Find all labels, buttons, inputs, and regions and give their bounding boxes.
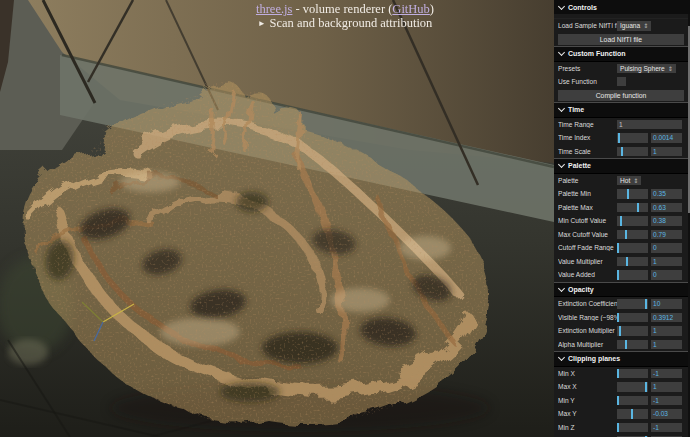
alpha-multiplier-slider[interactable]	[617, 340, 648, 350]
time-range-value[interactable]: 1	[617, 120, 682, 130]
slider-handle[interactable]	[637, 203, 639, 213]
value-multiplier-slider[interactable]	[617, 257, 648, 267]
slider-handle[interactable]	[617, 369, 619, 379]
cutoff-fade-range-value[interactable]: 0	[651, 243, 682, 253]
palette-max-slider[interactable]	[617, 203, 648, 213]
updown-arrows-icon: ⇕	[668, 65, 673, 72]
slider-handle[interactable]	[621, 147, 623, 157]
value-added-slider[interactable]	[617, 270, 648, 280]
palette-select[interactable]: Hot⇕	[617, 176, 641, 186]
visible-range-98-value[interactable]: 0.3912	[651, 313, 682, 323]
github-link[interactable]: GitHub	[392, 2, 430, 16]
section-title-palette[interactable]: Palette	[554, 158, 688, 174]
use-function-checkbox[interactable]	[617, 77, 626, 86]
max-x-value[interactable]: 1	[651, 382, 682, 392]
max-cutoff-value-slider[interactable]	[617, 230, 648, 240]
slider-handle[interactable]	[645, 299, 647, 309]
max-x-widget: 1	[617, 382, 684, 392]
min-x-slider[interactable]	[617, 369, 648, 379]
section-title-custom-function[interactable]: Custom Function	[554, 46, 688, 62]
slider-handle[interactable]	[618, 133, 620, 143]
value-multiplier-value[interactable]: 1	[651, 257, 682, 267]
slider-handle[interactable]	[617, 313, 619, 323]
panel-root-title[interactable]: Controls	[554, 0, 690, 15]
control-label: Time Scale	[558, 148, 617, 155]
presets-select[interactable]: Pulsing Sphere⇕	[617, 64, 676, 74]
slider-handle[interactable]	[619, 326, 621, 336]
row-value-multiplier: Value Multiplier1	[554, 255, 688, 269]
max-y-slider[interactable]	[617, 409, 648, 419]
row-alpha-multiplier: Alpha Multiplier1	[554, 338, 688, 352]
cutoff-fade-range-slider[interactable]	[617, 243, 648, 253]
slider-handle[interactable]	[627, 189, 629, 199]
row-compile-function: Compile function	[554, 89, 688, 103]
row-min-y: Min Y-1	[554, 394, 688, 408]
min-y-slider[interactable]	[617, 396, 648, 406]
visible-range-98-widget: 0.3912	[617, 313, 684, 323]
min-z-slider[interactable]	[617, 423, 648, 433]
control-label: Value Multiplier	[558, 258, 617, 265]
slider-handle[interactable]	[626, 257, 628, 267]
time-scale-slider[interactable]	[617, 147, 648, 157]
min-x-value[interactable]: -1	[651, 369, 682, 379]
slider-handle[interactable]	[617, 243, 619, 253]
min-cutoff-value-value[interactable]: 0.38	[651, 216, 682, 226]
slider-handle[interactable]	[625, 340, 627, 350]
control-label: Visible Range (~98%)	[558, 314, 617, 321]
section-title-time[interactable]: Time	[554, 102, 688, 118]
time-index-slider[interactable]	[617, 133, 648, 143]
min-cutoff-value-slider[interactable]	[617, 216, 648, 226]
extinction-coefficient-value[interactable]: 10	[651, 299, 682, 309]
control-label: Palette Min	[558, 190, 617, 197]
visible-range-98-slider[interactable]	[617, 313, 648, 323]
value-added-value[interactable]: 0	[651, 270, 682, 280]
palette-min-slider[interactable]	[617, 189, 648, 199]
time-scale-value[interactable]: 1	[651, 147, 682, 157]
min-y-value[interactable]: -1	[651, 396, 682, 406]
presets-widget: Pulsing Sphere⇕	[617, 64, 684, 74]
palette-min-value[interactable]: 0.35	[651, 189, 682, 199]
max-x-slider[interactable]	[617, 382, 648, 392]
extinction-multiplier-widget: 1	[617, 326, 684, 336]
row-min-cutoff-value: Min Cutoff Value0.38	[554, 214, 688, 228]
extinction-multiplier-value[interactable]: 1	[651, 326, 682, 336]
control-label: Cutoff Fade Range	[558, 244, 617, 251]
skull-volume-render	[0, 60, 520, 437]
control-label: Palette	[558, 177, 617, 184]
min-z-value[interactable]: -1	[651, 423, 682, 433]
row-time-scale: Time Scale1	[554, 145, 688, 159]
slider-handle[interactable]	[617, 423, 619, 433]
alpha-multiplier-value[interactable]: 1	[651, 340, 682, 350]
section-title-clipping-planes[interactable]: Clipping planes	[554, 351, 688, 367]
palette-max-value[interactable]: 0.63	[651, 203, 682, 213]
slider-handle[interactable]	[631, 409, 633, 419]
compile-function-button[interactable]: Compile function	[558, 90, 684, 101]
section-title-opacity[interactable]: Opacity	[554, 282, 688, 298]
expand-arrow-icon: ►	[258, 19, 266, 28]
time-index-value[interactable]: 0.0014	[651, 133, 682, 143]
threejs-link[interactable]: three.js	[256, 2, 292, 16]
row-extinction-multiplier: Extinction Multiplier1	[554, 324, 688, 338]
slider-handle[interactable]	[620, 216, 622, 226]
control-label: Min Z	[558, 424, 617, 431]
time-index-widget: 0.0014	[617, 133, 684, 143]
slider-handle[interactable]	[625, 230, 627, 240]
load-sample-nifti-file-select[interactable]: Iguana⇕	[617, 21, 651, 31]
control-label: Time Range	[558, 121, 617, 128]
max-cutoff-value-value[interactable]: 0.79	[651, 230, 682, 240]
min-y-widget: -1	[617, 396, 684, 406]
control-label: Palette Max	[558, 204, 617, 211]
slider-handle[interactable]	[617, 396, 619, 406]
max-y-value[interactable]: -0.03	[651, 409, 682, 419]
row-max-y: Max Y-0.03	[554, 407, 688, 421]
extinction-multiplier-slider[interactable]	[617, 326, 648, 336]
slider-handle[interactable]	[645, 382, 647, 392]
value-added-widget: 0	[617, 270, 684, 280]
section-title-label: Clipping planes	[568, 355, 620, 362]
load-nifti-file-button[interactable]: Load NIfTI file	[558, 34, 684, 45]
extinction-coefficient-slider[interactable]	[617, 299, 648, 309]
chevron-down-icon	[558, 285, 565, 292]
section-title-label: Custom Function	[568, 50, 626, 57]
slider-handle[interactable]	[617, 270, 619, 280]
row-extinction-coefficient: Extinction Coefficient10	[554, 297, 688, 311]
